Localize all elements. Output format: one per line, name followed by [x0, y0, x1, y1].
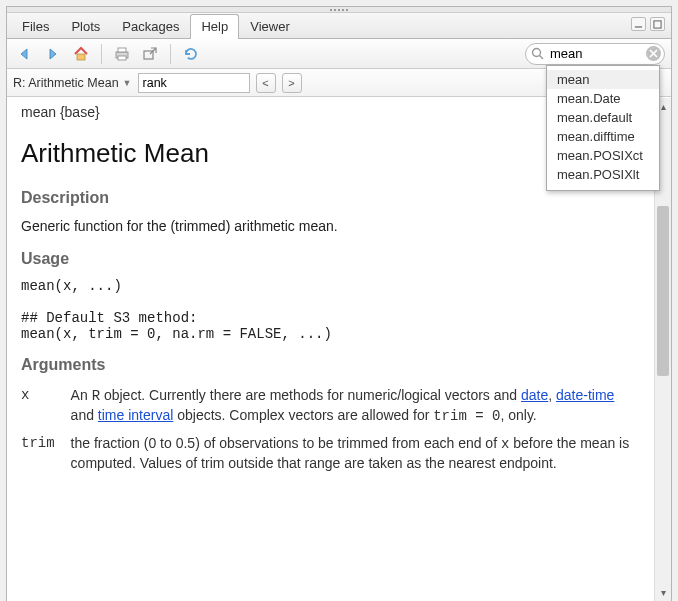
search-autocomplete-dropdown: mean mean.Date mean.default mean.difftim…	[546, 65, 660, 191]
table-row: x An R object. Currently there are metho…	[21, 384, 640, 432]
toolbar-separator	[101, 44, 102, 64]
svg-point-7	[533, 48, 541, 56]
topic-path: mean {base}	[21, 104, 100, 120]
arg-name-x: x	[21, 384, 71, 432]
minimize-icon	[634, 20, 643, 29]
tab-viewer[interactable]: Viewer	[239, 14, 301, 39]
maximize-pane-button[interactable]	[650, 17, 665, 31]
chevron-left-icon: <	[262, 77, 268, 89]
autocomplete-item[interactable]: mean	[547, 70, 659, 89]
find-prev-button[interactable]: <	[256, 73, 276, 93]
description-text: Generic function for the (trimmed) arith…	[21, 217, 640, 236]
find-in-topic-input[interactable]	[138, 73, 250, 93]
arg-desc-x: An R object. Currently there are methods…	[71, 384, 640, 432]
section-description-heading: Description	[21, 189, 640, 207]
svg-rect-0	[635, 26, 642, 27]
autocomplete-item[interactable]: mean.default	[547, 108, 659, 127]
autocomplete-item[interactable]: mean.POSIXct	[547, 146, 659, 165]
home-button[interactable]	[69, 43, 93, 65]
home-icon	[72, 46, 90, 62]
arguments-table: x An R object. Currently there are metho…	[21, 384, 640, 479]
tab-plots[interactable]: Plots	[60, 14, 111, 39]
link-date[interactable]: date	[521, 387, 548, 403]
popout-button[interactable]	[138, 43, 162, 65]
tab-help[interactable]: Help	[190, 14, 239, 39]
arrow-right-icon	[44, 46, 62, 62]
minimize-pane-button[interactable]	[631, 17, 646, 31]
scroll-thumb[interactable]	[657, 206, 669, 376]
print-button[interactable]	[110, 43, 134, 65]
link-date-time[interactable]: date-time	[556, 387, 614, 403]
clear-search-button[interactable]	[646, 46, 661, 61]
table-row: trim the fraction (0 to 0.5) of observat…	[21, 432, 640, 479]
autocomplete-item[interactable]: mean.POSIXlt	[547, 165, 659, 184]
maximize-icon	[653, 20, 662, 29]
tab-packages[interactable]: Packages	[111, 14, 190, 39]
section-arguments-heading: Arguments	[21, 356, 640, 374]
find-next-button[interactable]: >	[282, 73, 302, 93]
autocomplete-item[interactable]: mean.Date	[547, 89, 659, 108]
search-icon	[531, 47, 544, 63]
toolbar-separator	[170, 44, 171, 64]
svg-rect-5	[118, 56, 126, 60]
chevron-down-icon: ▼	[123, 78, 132, 88]
scroll-down-icon[interactable]: ▾	[655, 584, 671, 601]
tab-files[interactable]: Files	[11, 14, 60, 39]
svg-rect-1	[654, 20, 661, 27]
chevron-right-icon: >	[288, 77, 294, 89]
forward-button[interactable]	[41, 43, 65, 65]
refresh-button[interactable]	[179, 43, 203, 65]
section-usage-heading: Usage	[21, 250, 640, 268]
printer-icon	[113, 46, 131, 62]
popout-icon	[141, 46, 159, 62]
back-button[interactable]	[13, 43, 37, 65]
autocomplete-item[interactable]: mean.difftime	[547, 127, 659, 146]
help-search-input[interactable]	[525, 43, 665, 65]
svg-rect-4	[118, 48, 126, 52]
usage-code: mean(x, ...) ## Default S3 method: mean(…	[21, 278, 640, 342]
close-icon	[649, 49, 658, 58]
breadcrumb-label: R: Arithmetic Mean	[13, 76, 119, 90]
refresh-icon	[182, 46, 200, 62]
svg-rect-2	[77, 54, 85, 60]
arrow-left-icon	[16, 46, 34, 62]
help-topic-breadcrumb[interactable]: R: Arithmetic Mean ▼	[13, 76, 132, 90]
svg-line-8	[540, 55, 544, 59]
pane-tabs: Files Plots Packages Help Viewer	[7, 13, 671, 39]
arg-desc-trim: the fraction (0 to 0.5) of observations …	[71, 432, 640, 479]
arg-name-trim: trim	[21, 432, 71, 479]
link-time-interval[interactable]: time interval	[98, 407, 173, 423]
